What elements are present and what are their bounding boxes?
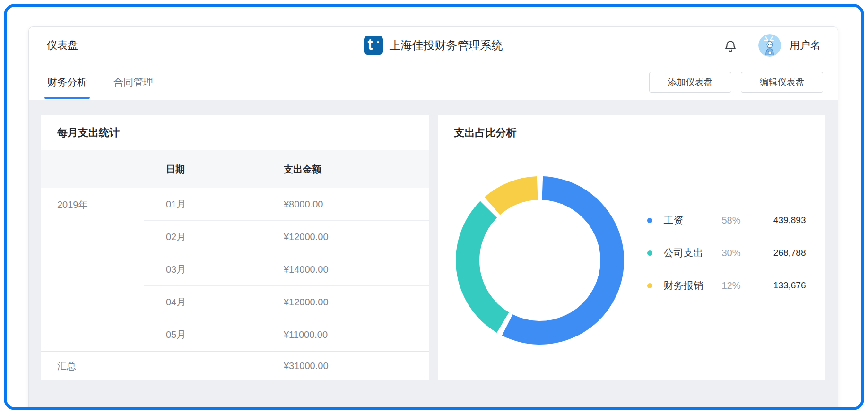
tab-contract-management[interactable]: 合同管理 [113, 64, 153, 100]
logo-glyph: t [368, 35, 373, 53]
tabs: 财务分析 合同管理 [29, 64, 180, 100]
legend-label: 财务报销 [664, 279, 715, 292]
screenshot-frame: 仪表盘 t 上海佳投财务管理系统 [4, 4, 864, 410]
app-header: 仪表盘 t 上海佳投财务管理系统 [29, 27, 838, 64]
legend-value: 439,893 [773, 215, 806, 225]
legend-dot-icon [647, 218, 652, 223]
summary-label: 汇总 [41, 360, 144, 372]
legend-separator [715, 248, 715, 258]
monthly-expense-card: 每月支出统计 日期 支出金额 2019年 01月¥8000.0002月¥1200… [41, 115, 429, 380]
chart-legend: 工资58%439,893公司支出30%268,788财务报销12%133,676 [647, 214, 806, 311]
table-row: 01月¥8000.00 [144, 188, 429, 221]
amount-cell: ¥14000.00 [284, 264, 429, 275]
table-row: 04月¥12000.00 [144, 286, 429, 319]
legend-row[interactable]: 工资58%439,893 [647, 214, 806, 227]
card-title: 每月支出统计 [41, 115, 429, 150]
date-cell: 05月 [144, 328, 284, 341]
legend-value: 133,676 [773, 280, 806, 291]
legend-separator [715, 281, 715, 290]
legend-label: 工资 [664, 214, 715, 227]
tab-label: 合同管理 [113, 76, 153, 89]
amount-cell: ¥12000.00 [284, 232, 429, 242]
dashboard-actions: 添加仪表盘 编辑仪表盘 [649, 72, 838, 93]
table-rows: 01月¥8000.0002月¥12000.0003月¥14000.0004月¥1… [144, 188, 429, 351]
summary-row: 汇总 ¥31000.00 [41, 351, 429, 380]
donut-slice-公司支出[interactable] [456, 201, 509, 333]
legend-dot-icon [647, 250, 652, 256]
year-cell: 2019年 [41, 188, 144, 351]
tab-finance-analysis[interactable]: 财务分析 [47, 64, 87, 100]
brand: t 上海佳投财务管理系统 [364, 27, 503, 64]
date-cell: 01月 [144, 198, 284, 211]
legend-value: 268,788 [773, 248, 806, 258]
donut-slice-财务报销[interactable] [484, 176, 538, 215]
table-row: 02月¥12000.00 [144, 221, 429, 253]
table-row: 05月¥11000.00 [144, 319, 429, 351]
legend-separator [715, 216, 715, 225]
amount-column-header: 支出金额 [284, 163, 429, 176]
dashboard-content: 每月支出统计 日期 支出金额 2019年 01月¥8000.0002月¥1200… [29, 100, 838, 380]
edit-dashboard-button[interactable]: 编辑仪表盘 [741, 72, 823, 93]
amount-cell: ¥8000.00 [284, 199, 429, 210]
legend-percent: 12% [722, 280, 751, 291]
donut-chart[interactable] [454, 174, 626, 346]
legend-dot-icon [647, 283, 652, 288]
username[interactable]: 用户名 [790, 38, 821, 52]
table-header: 日期 支出金额 [41, 150, 429, 188]
tab-bar: 财务分析 合同管理 添加仪表盘 编辑仪表盘 [29, 64, 838, 100]
legend-percent: 30% [722, 248, 751, 259]
date-cell: 04月 [144, 296, 284, 309]
summary-amount: ¥31000.00 [284, 361, 429, 371]
legend-percent: 58% [722, 215, 751, 226]
expense-ratio-card: 支出占比分析 工资58%439,893公司支出30%268,788财务报销12%… [438, 115, 826, 380]
page-title: 仪表盘 [29, 38, 78, 52]
logo-dot [377, 41, 379, 43]
app-logo-icon: t [364, 36, 383, 55]
app-title: 上海佳投财务管理系统 [390, 38, 503, 53]
date-cell: 02月 [144, 231, 284, 243]
app-window: 仪表盘 t 上海佳投财务管理系统 [28, 26, 838, 409]
table-body: 2019年 01月¥8000.0002月¥12000.0003月¥14000.0… [41, 188, 429, 351]
date-cell: 03月 [144, 263, 284, 276]
add-dashboard-button[interactable]: 添加仪表盘 [649, 72, 731, 93]
notification-bell-icon[interactable] [722, 37, 738, 53]
amount-cell: ¥11000.00 [284, 329, 429, 340]
user-avatar[interactable] [758, 34, 781, 57]
legend-row[interactable]: 公司支出30%268,788 [647, 246, 806, 259]
tab-label: 财务分析 [47, 76, 87, 89]
date-column-header: 日期 [144, 163, 284, 176]
legend-row[interactable]: 财务报销12%133,676 [647, 279, 806, 292]
header-right: 用户名 [722, 34, 838, 57]
legend-label: 公司支出 [664, 246, 715, 259]
amount-cell: ¥12000.00 [284, 297, 429, 308]
table-row: 03月¥14000.00 [144, 253, 429, 286]
card-title: 支出占比分析 [438, 115, 826, 150]
